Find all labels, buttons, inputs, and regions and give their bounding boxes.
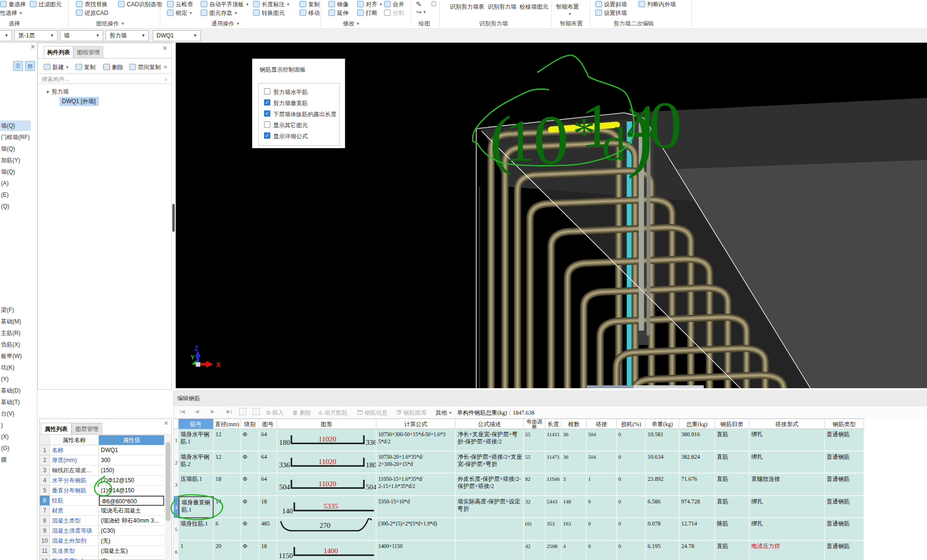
svg-text:Z: Z <box>194 345 199 352</box>
svg-text:180: 180 <box>279 439 290 446</box>
svg-text:504: 504 <box>279 483 290 491</box>
svg-text:1400: 1400 <box>324 547 338 555</box>
svg-text:504: 504 <box>366 483 376 491</box>
svg-text:0: 0 <box>533 101 569 179</box>
svg-text:11020: 11020 <box>319 458 337 465</box>
svg-text:336: 336 <box>279 461 290 469</box>
svg-text:140: 140 <box>282 507 293 515</box>
svg-text:11020: 11020 <box>319 435 337 443</box>
svg-text:336: 336 <box>366 439 376 446</box>
svg-text:d: d <box>602 118 626 170</box>
svg-text:Y: Y <box>191 354 194 361</box>
svg-text:11020: 11020 <box>319 480 337 488</box>
svg-text:1150: 1150 <box>279 552 293 560</box>
svg-text:0: 0 <box>649 88 682 162</box>
svg-text:270: 270 <box>320 522 331 529</box>
svg-text:180: 180 <box>366 461 376 469</box>
svg-text:X: X <box>216 361 221 369</box>
svg-text:5335: 5335 <box>324 502 338 510</box>
